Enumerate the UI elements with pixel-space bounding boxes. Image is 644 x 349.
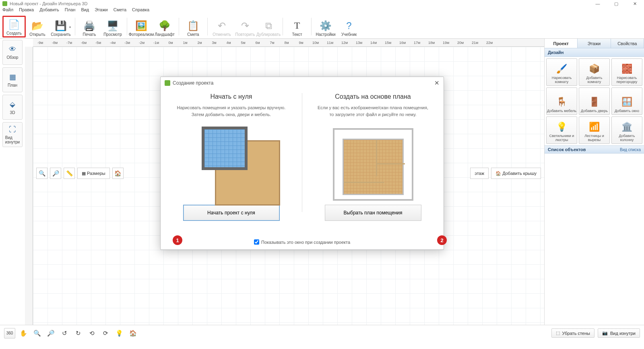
open-button[interactable]: 📂Открыть [26, 16, 49, 37]
window-icon: 🪟 [621, 97, 632, 107]
door-icon: 🚪 [589, 97, 600, 107]
redo-button[interactable]: ↷Повторить [233, 16, 257, 37]
light-button[interactable]: 💡 [114, 328, 125, 339]
dimensions-button[interactable]: ▦ Размеры [77, 168, 110, 179]
add-roof-button[interactable]: 🏠 Добавить крышу [491, 168, 541, 179]
menu-floors[interactable]: Этажи [95, 7, 107, 15]
home-bottom-button[interactable]: 🏠 [127, 328, 138, 339]
menu-edit[interactable]: Правка [19, 7, 34, 15]
plan-preview [314, 124, 431, 205]
add-furniture-button[interactable]: 🪑Добавить мебель [546, 87, 577, 115]
scratch-preview [173, 124, 290, 205]
copy-icon: ⧉ [262, 19, 275, 32]
draw-partition-button[interactable]: 🧱Нарисовать перегородку [611, 58, 642, 86]
preview-button[interactable]: 🖥️Просмотр [101, 16, 124, 37]
list-view-link[interactable]: Вид списка [620, 147, 641, 152]
start-from-scratch-column: Начать с нуля Нарисовать помещения и ука… [161, 89, 302, 236]
dialog-title: Создание проекта [173, 80, 213, 86]
print-button[interactable]: 🖨️Печать [78, 16, 101, 37]
orbit-right-button[interactable]: ⟳ [100, 328, 111, 339]
tree-icon: 🌳 [158, 19, 171, 32]
zoom-out-bottom-button[interactable]: 🔍 [31, 328, 43, 339]
canvas-right-buttons: этаж 🏠 Добавить крышу [470, 168, 541, 179]
menu-add[interactable]: Добавить [39, 7, 59, 15]
separator [283, 18, 283, 35]
overview-view-button[interactable]: 👁Обзор [2, 40, 23, 65]
inside-view-button[interactable]: ⛶Вид изнутри [2, 122, 23, 147]
separator [311, 18, 312, 35]
choose-plan-button[interactable]: Выбрать план помещения [325, 205, 421, 221]
start-from-scratch-button[interactable]: Начать проект с нуля [183, 205, 280, 221]
draw-room-button[interactable]: 🖌️Нарисовать комнату [546, 58, 577, 86]
dialog-close-button[interactable]: ✕ [434, 79, 440, 87]
orbit-left-button[interactable]: ⟲ [86, 328, 97, 339]
rotate-right-button[interactable]: ↻ [72, 328, 84, 339]
undo-icon: ↶ [215, 19, 228, 32]
right-panel-tabs: Проект Этажи Свойства [545, 39, 644, 48]
chevron-down-icon[interactable]: ▾ [69, 25, 71, 29]
camera-icon: ⛶ [9, 125, 16, 134]
app-logo-icon [2, 1, 7, 6]
zoom-in-button[interactable]: 🔎 [50, 168, 61, 179]
360-icon: 360 [6, 331, 13, 335]
photoreal-button[interactable]: 🖼️Фотореализм [130, 16, 153, 37]
hide-walls-button[interactable]: ⬚Убрать стены [551, 328, 594, 338]
ruler-tool-button[interactable]: 📏 [64, 168, 75, 179]
landscape-button[interactable]: 🌳Ландшафт [153, 16, 176, 37]
add-column-button[interactable]: 🏛️Добавить колонну [611, 116, 642, 144]
separator [75, 18, 75, 35]
zoom-out-button[interactable]: 🔍 [36, 168, 47, 179]
box-plus-icon: 📦 [589, 64, 600, 74]
save-button[interactable]: 💾▾Сохранить [49, 16, 72, 37]
tutorial-button[interactable]: ?Учебник [337, 16, 361, 37]
gear-icon: ⚙️ [319, 19, 332, 32]
text-button[interactable]: TТекст [285, 16, 309, 37]
360-button[interactable]: 360 [4, 328, 15, 339]
lamp-icon: 💡 [556, 122, 567, 132]
vertical-ruler [25, 47, 33, 325]
menu-view[interactable]: Вид [81, 7, 89, 15]
create-project-dialog: Создание проекта ✕ Начать с нуля Нарисов… [160, 77, 444, 250]
minimize-button[interactable]: — [588, 0, 607, 7]
add-floor-button[interactable]: этаж [470, 168, 489, 179]
menu-file[interactable]: Файл [2, 7, 13, 15]
menu-estimate[interactable]: Смета [114, 7, 126, 15]
title-bar: Новый проект - Дизайн Интерьера 3D — ▢ ✕ [0, 0, 644, 7]
settings-button[interactable]: ⚙️Настройки [314, 16, 337, 37]
home-button[interactable]: 🏠 [112, 168, 124, 179]
main-toolbar: 📄Создать 📂Открыть 💾▾Сохранить 🖨️Печать 🖥… [0, 15, 644, 39]
estimate-button[interactable]: 📋Смета [182, 16, 205, 37]
wall-icon: 🧱 [621, 64, 632, 74]
zoom-in-bottom-button[interactable]: 🔎 [45, 328, 56, 339]
add-door-button[interactable]: 🚪Добавить дверь [579, 87, 610, 115]
chair-icon: 🪑 [556, 97, 567, 107]
tab-floors[interactable]: Этажи [578, 39, 611, 48]
create-button[interactable]: 📄Создать [2, 16, 26, 37]
pan-button[interactable]: ✋ [18, 328, 29, 339]
add-room-button[interactable]: 📦Добавить комнату [579, 58, 610, 86]
add-window-button[interactable]: 🪟Добавить окно [611, 87, 642, 115]
eye-icon: 👁 [9, 45, 16, 54]
duplicate-button[interactable]: ⧉Дублировать [257, 16, 280, 37]
add-lights-button[interactable]: 💡Светильники и люстры [546, 116, 577, 144]
close-button[interactable]: ✕ [625, 0, 644, 7]
objects-list [545, 154, 644, 325]
3d-view-button[interactable]: ⬙3D [2, 95, 23, 120]
tab-project[interactable]: Проект [545, 39, 578, 48]
menu-plan[interactable]: План [65, 7, 76, 15]
separator [179, 18, 179, 35]
dialog-footer: Показывать это окно при создании проекта [161, 236, 444, 249]
plan-heading: Создать на основе плана [314, 93, 431, 100]
inside-view-bottom-button[interactable]: 📷Вид изнутри [598, 328, 640, 338]
rotate-left-button[interactable]: ↺ [59, 328, 70, 339]
design-section-title: Дизайн [545, 48, 644, 57]
show-on-create-checkbox[interactable]: Показывать это окно при создании проекта [254, 240, 350, 245]
dialog-titlebar: Создание проекта ✕ [161, 77, 444, 89]
orbit-left-icon: ⟲ [89, 330, 95, 337]
add-stairs-button[interactable]: 📶Лестницы и вырезы [579, 116, 610, 144]
plan-view-button[interactable]: ▦План [2, 67, 23, 92]
undo-button[interactable]: ↶Отменить [210, 16, 233, 37]
tab-properties[interactable]: Свойства [611, 39, 644, 48]
menu-help[interactable]: Справка [132, 7, 149, 15]
maximize-button[interactable]: ▢ [607, 0, 625, 7]
